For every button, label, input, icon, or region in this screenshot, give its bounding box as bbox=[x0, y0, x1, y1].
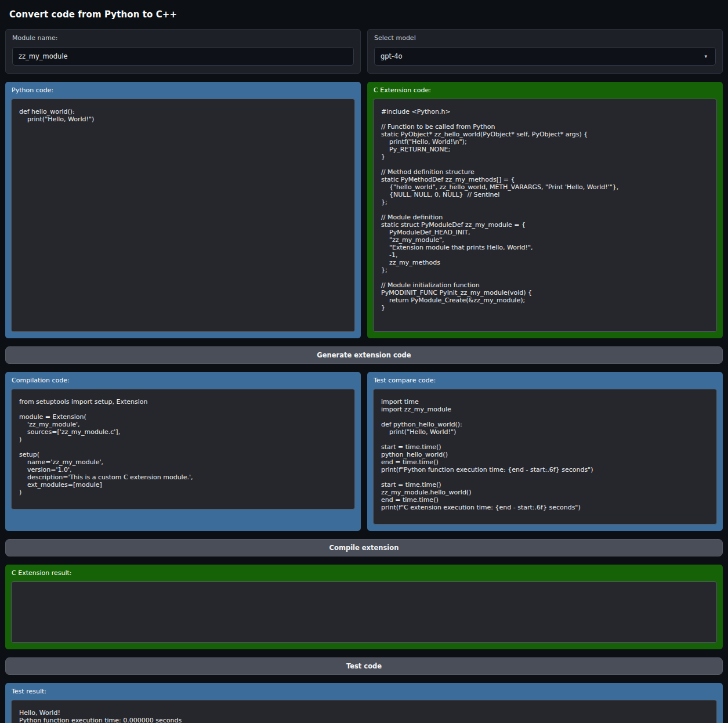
module-name-panel: Module name: bbox=[5, 29, 361, 74]
c-extension-code-label: C Extension code: bbox=[374, 86, 717, 94]
chevron-down-icon: ▾ bbox=[704, 53, 707, 59]
generate-extension-code-button[interactable]: Generate extension code bbox=[5, 346, 723, 364]
test-result-textarea[interactable]: Hello, World! Python function execution … bbox=[11, 700, 717, 723]
model-select-panel: Select model gpt-4o ▾ bbox=[367, 29, 723, 74]
python-code-panel: Python code: def hello_world(): print("H… bbox=[5, 82, 361, 338]
model-select-dropdown[interactable]: gpt-4o ▾ bbox=[374, 47, 716, 66]
c-extension-result-label: C Extension result: bbox=[12, 569, 717, 577]
settings-row: Module name: Select model gpt-4o ▾ bbox=[5, 29, 723, 74]
test-result-panel: Test result: Hello, World! Python functi… bbox=[5, 683, 723, 723]
module-name-label: Module name: bbox=[12, 34, 354, 42]
compilation-code-textarea[interactable]: from setuptools import setup, Extension … bbox=[11, 389, 355, 509]
page-title: Convert code from Python to C++ bbox=[9, 9, 723, 20]
compilation-code-label: Compilation code: bbox=[12, 377, 355, 384]
c-extension-code-textarea[interactable]: #include <Python.h> // Function to be ca… bbox=[373, 99, 717, 332]
python-code-textarea[interactable]: def hello_world(): print("Hello, World!"… bbox=[11, 99, 355, 332]
app-root: Convert code from Python to C++ Module n… bbox=[0, 0, 728, 723]
compile-extension-button[interactable]: Compile extension bbox=[5, 539, 723, 556]
code-row-2: Compilation code: from setuptools import… bbox=[5, 372, 723, 531]
code-row-1: Python code: def hello_world(): print("H… bbox=[5, 82, 723, 338]
test-compare-code-panel: Test compare code: import time import zz… bbox=[367, 372, 723, 531]
model-select-label: Select model bbox=[374, 34, 716, 42]
c-extension-result-panel: C Extension result: bbox=[5, 565, 723, 649]
compilation-code-panel: Compilation code: from setuptools import… bbox=[5, 372, 361, 531]
test-compare-code-label: Test compare code: bbox=[374, 377, 717, 384]
test-result-label: Test result: bbox=[12, 688, 717, 695]
c-extension-code-panel: C Extension code: #include <Python.h> //… bbox=[367, 82, 723, 338]
test-compare-code-textarea[interactable]: import time import zz_my_module def pyth… bbox=[373, 389, 717, 525]
model-select-value: gpt-4o bbox=[381, 52, 403, 60]
test-code-button[interactable]: Test code bbox=[5, 657, 723, 675]
module-name-input[interactable] bbox=[12, 47, 354, 66]
c-extension-result-textarea[interactable] bbox=[11, 581, 717, 643]
python-code-label: Python code: bbox=[12, 86, 355, 94]
